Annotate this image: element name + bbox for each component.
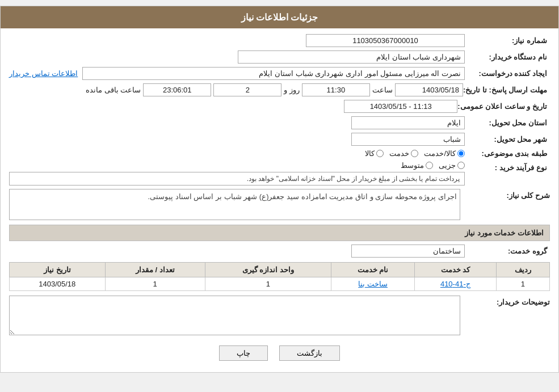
farayand-radio-group: جزیی متوسط (9, 161, 465, 170)
page-wrapper: جزئیات اطلاعات نیاز شماره نیاز: 11030503… (0, 6, 559, 373)
shomare-niaz-row: شماره نیاز: 1103050367000010 (9, 34, 550, 47)
taarikh-elaan-row: تاریخ و ساعت اعلان عمومی: 1403/05/15 - 1… (9, 100, 550, 113)
ijad-konande-row: ایجاد کننده درخواست: نصرت اله میرزایی مس… (9, 67, 550, 80)
tosifat-row: توضیحات خریدار: (9, 296, 550, 337)
th-name: نام خدمت (331, 263, 415, 277)
radio-kala-khedmat[interactable]: کالا/خدمت (424, 149, 465, 158)
shomare-niaz-value: 1103050367000010 (306, 34, 465, 47)
cell-radif: 1 (496, 277, 549, 291)
ijad-konande-label: ایجاد کننده درخواست: (465, 69, 550, 78)
radio-motavaset[interactable]: متوسط (401, 161, 433, 170)
farayand-notice: پرداخت تمام یا بخشی از مبلغ خریدار از مح… (9, 172, 465, 186)
sharh-label: شرح کلی نیاز: (465, 189, 550, 200)
ostan-label: استان محل تحویل: (465, 119, 550, 127)
gorohe-khedmat-row: گروه خدمت: ساختمان (9, 245, 550, 258)
cell-count: 1 (105, 277, 205, 291)
table-row: 1 ج-41-410 ساخت بنا 1 1 1403/05/18 (10, 277, 550, 291)
mohlat-ersal-row: مهلت ارسال پاسخ: تا تاریخ: 1403/05/18 سا… (9, 83, 550, 96)
radio-kala-label: کالا (365, 149, 375, 158)
print-button[interactable]: چاپ (219, 345, 268, 361)
countdown-value: 23:06:01 (143, 83, 211, 96)
th-date: تاریخ نیاز (10, 263, 106, 277)
tosifat-textarea[interactable] (9, 296, 460, 335)
ostan-value: ایلام (351, 116, 465, 129)
th-radif: ردیف (496, 263, 549, 277)
tabaqe-label: طبقه بندی موضوعی: (465, 149, 550, 158)
nooe-farayand-label: نوع فرآیند خرید : (465, 161, 550, 172)
radio-jazzi[interactable]: جزیی (439, 161, 465, 170)
nam-dastgah-row: نام دستگاه خریدار: شهرداری شباب استان ای… (9, 50, 550, 64)
services-table-section: ردیف کد خدمت نام خدمت واحد اندازه گیری ت… (9, 262, 550, 291)
tosifat-content (9, 296, 460, 337)
nam-dastgah-value: شهرداری شباب استان ایلام (238, 50, 465, 64)
gorohe-khedmat-label: گروه خدمت: (465, 247, 550, 255)
sharh-content: اجرای پروژه محوطه سازی و اتاق مدیریت اما… (9, 189, 460, 220)
radio-khedmat[interactable]: خدمت (389, 149, 418, 158)
saat-value: 11:30 (302, 83, 370, 96)
radio-kala-khedmat-input[interactable] (457, 150, 465, 157)
cell-name[interactable]: ساخت بنا (331, 277, 415, 291)
shahr-value: شباب (351, 133, 465, 146)
page-header: جزئیات اطلاعات نیاز (1, 6, 558, 28)
sharh-value: اجرای پروژه محوطه سازی و اتاق مدیریت اما… (9, 189, 460, 220)
mohlat-date-value: 1403/05/18 (395, 83, 463, 96)
khedmat-info-title: اطلاعات خدمات مورد نیاز (9, 225, 550, 241)
ettelaat-link[interactable]: اطلاعات تماس خریدار (9, 69, 78, 78)
ostan-row: استان محل تحویل: ایلام (9, 116, 550, 129)
taarikh-elaan-value: 1403/05/15 - 11:13 (344, 100, 457, 113)
ijad-konande-value: نصرت اله میرزایی مسئول امور اداری شهردار… (82, 67, 465, 80)
rooz-value: 2 (213, 83, 281, 96)
baqimande-label: ساعت باقی مانده (86, 86, 141, 94)
back-button[interactable]: بازگشت (279, 345, 340, 361)
nam-dastgah-label: نام دستگاه خریدار: (465, 53, 550, 61)
radio-jazzi-input[interactable] (457, 162, 465, 169)
sharh-row: شرح کلی نیاز: اجرای پروژه محوطه سازی و ا… (9, 189, 550, 220)
tosifat-label: توضیحات خریدار: (465, 296, 550, 306)
mohlat-ersal-label: مهلت ارسال پاسخ: تا تاریخ: (463, 86, 550, 94)
nooe-farayand-row: نوع فرآیند خرید : جزیی متوسط پرداخت تمام… (9, 161, 550, 186)
gorohe-khedmat-value: ساختمان (351, 245, 465, 258)
th-unit: واحد اندازه گیری (205, 263, 331, 277)
radio-kala-khedmat-label: کالا/خدمت (424, 149, 456, 158)
cell-code[interactable]: ج-41-410 (415, 277, 496, 291)
nooe-farayand-content: جزیی متوسط پرداخت تمام یا بخشی از مبلغ خ… (9, 161, 465, 186)
tosifat-textarea-wrapper (9, 296, 460, 337)
table-body: 1 ج-41-410 ساخت بنا 1 1 1403/05/18 (10, 277, 550, 291)
header-row: ردیف کد خدمت نام خدمت واحد اندازه گیری ت… (10, 263, 550, 277)
radio-kala[interactable]: کالا (365, 149, 384, 158)
saat-label: ساعت (372, 86, 393, 94)
radio-khedmat-input[interactable] (411, 150, 418, 157)
tabaqe-row: طبقه بندی موضوعی: کالا/خدمت خدمت کالا (9, 149, 550, 158)
radio-kala-input[interactable] (376, 150, 384, 157)
tabaqe-radio-group: کالا/خدمت خدمت کالا (365, 149, 465, 158)
radio-khedmat-label: خدمت (389, 149, 409, 158)
radio-motavaset-input[interactable] (426, 162, 433, 169)
taarikh-elaan-label: تاریخ و ساعت اعلان عمومی: (457, 102, 550, 111)
th-count: تعداد / مقدار (105, 263, 205, 277)
radio-motavaset-label: متوسط (401, 161, 424, 170)
header-title: جزئیات اطلاعات نیاز (241, 12, 318, 22)
shahr-label: شهر محل تحویل: (465, 135, 550, 144)
cell-unit: 1 (205, 277, 331, 291)
buttons-row: بازگشت چاپ (9, 345, 550, 361)
table-header: ردیف کد خدمت نام خدمت واحد اندازه گیری ت… (10, 263, 550, 277)
radio-jazzi-label: جزیی (439, 161, 456, 170)
rooz-label: روز و (284, 86, 300, 94)
th-code: کد خدمت (415, 263, 496, 277)
shomare-niaz-label: شماره نیاز: (465, 36, 550, 45)
content-area: شماره نیاز: 1103050367000010 نام دستگاه … (1, 28, 558, 372)
services-table: ردیف کد خدمت نام خدمت واحد اندازه گیری ت… (9, 262, 550, 291)
cell-date: 1403/05/18 (10, 277, 106, 291)
shahr-row: شهر محل تحویل: شباب (9, 133, 550, 146)
